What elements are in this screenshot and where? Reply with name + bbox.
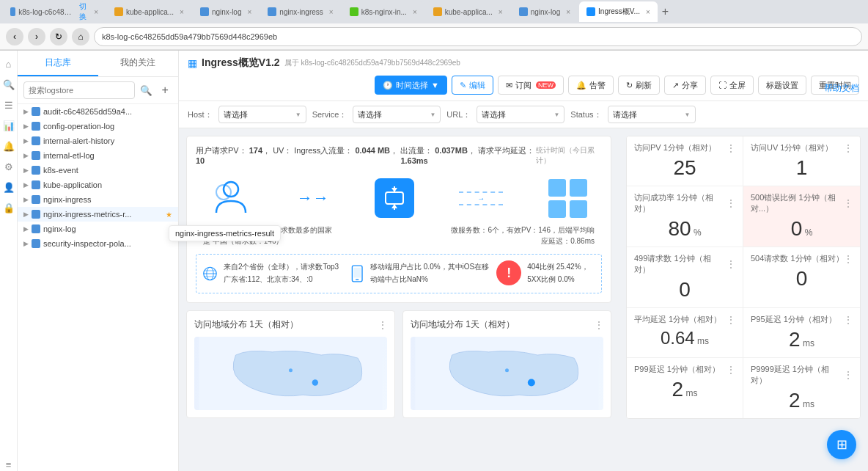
service-select[interactable]: 请选择 ▼	[353, 106, 441, 123]
metric-cell-5: 504请求数 1分钟（相对） ⋮ 0	[743, 247, 860, 308]
status-select[interactable]: 请选择 ▼	[608, 106, 696, 123]
sidebar-icon-search[interactable]: 🔍	[1, 77, 16, 92]
new-tab-btn[interactable]: +	[662, 5, 669, 18]
dash-right: 访问PV 1分钟（相对） ⋮ 25 访问UV 1分钟（相对） ⋮	[619, 128, 868, 471]
map-more-left[interactable]: ⋮	[378, 320, 387, 330]
metric-more-6[interactable]: ⋮	[727, 315, 735, 325]
nav-tab-logstore[interactable]: 日志库	[18, 51, 98, 76]
sidebar-icon-chart[interactable]: 📊	[1, 118, 16, 133]
tree-item-1[interactable]: ▶ config-operation-log	[18, 119, 178, 134]
tab-1-favicon	[10, 7, 15, 16]
sidebar-icon-lock[interactable]: 🔒	[1, 200, 16, 215]
tab-6-close[interactable]: ×	[499, 8, 503, 16]
tree-item-2[interactable]: ▶ internal-alert-history	[18, 134, 178, 148]
main-content: ▦ Ingress概览V1.2 属于 k8s-log-c6c48265dd59a…	[179, 51, 868, 471]
edit-button[interactable]: ✎ 编辑	[452, 76, 493, 95]
tab-1[interactable]: k8s-log-c6c48265dd59a47... 切换 ×	[3, 1, 106, 22]
tab-5[interactable]: k8s-nginx-in... ×	[342, 1, 424, 22]
back-btn[interactable]: ‹	[6, 28, 23, 45]
header-actions: 🕐 时间选择 ▼ ✎ 编辑 ✉ 订阅 NEW 🔔 告警	[375, 76, 859, 95]
sidebar-icon-menu[interactable]: ≡	[1, 457, 16, 471]
metric-more-9[interactable]: ⋮	[844, 370, 853, 380]
metric-more-0[interactable]: ⋮	[727, 143, 735, 153]
error-text: 404比例 25.42%，5XX比例 0.0%	[527, 260, 595, 285]
subscribe-button[interactable]: ✉ 订阅 NEW	[498, 76, 564, 95]
metric-title-7: P95延迟 1分钟（相对）	[751, 314, 836, 325]
metric-value-area-0: 25	[634, 156, 735, 180]
add-logstore-button[interactable]: +	[158, 83, 172, 98]
tab-2[interactable]: kube-applica... ×	[107, 1, 191, 22]
tree-item-7[interactable]: ▶ nginx-ingress-metrics-r... ★	[18, 207, 178, 222]
host-select[interactable]: 请选择 ▼	[218, 106, 306, 123]
tree-item-4[interactable]: ▶ k8s-event	[18, 163, 178, 178]
svg-point-16	[312, 379, 318, 385]
sidebar-icon-settings[interactable]: ⚙	[1, 159, 16, 174]
refresh-btn[interactable]: ↻	[50, 28, 67, 45]
icon-sidebar: ⌂ 🔍 ☰ 📊 🔔 ⚙ 👤 🔒 ≡	[0, 51, 18, 471]
tab-7-close[interactable]: ×	[566, 8, 570, 16]
metric-more-5[interactable]: ⋮	[844, 254, 853, 264]
forward-btn[interactable]: ›	[28, 28, 45, 45]
home-btn[interactable]: ⌂	[72, 28, 89, 45]
sidebar-icon-home[interactable]: ⌂	[1, 56, 16, 71]
fullscreen-button[interactable]: ⛶ 全屏	[710, 76, 754, 95]
tab-6[interactable]: kube-applica... ×	[426, 1, 510, 22]
tree-label-1: config-operation-log	[43, 122, 172, 131]
metric-more-1[interactable]: ⋮	[844, 143, 853, 153]
metric-more-4[interactable]: ⋮	[727, 259, 735, 269]
sidebar-icon-list[interactable]: ☰	[1, 98, 16, 112]
alert-button[interactable]: 🔔 告警	[568, 76, 614, 95]
metric-header-8: P99延迟 1分钟（相对） ⋮	[634, 364, 735, 375]
status-chevron: ▼	[685, 112, 691, 118]
title-settings-button[interactable]: 标题设置	[758, 76, 806, 95]
tree-item-8[interactable]: ▶ nginx-log	[18, 222, 178, 236]
dashed-label: →	[477, 194, 485, 202]
tab-8[interactable]: Ingress概V... ×	[579, 1, 658, 22]
metric-more-8[interactable]: ⋮	[727, 365, 735, 375]
tree-item-6[interactable]: ▶ nginx-ingress	[18, 192, 178, 207]
tab-3[interactable]: nginx-log ×	[193, 1, 259, 22]
metric-header-3: 500错误比例 1分钟（相对...） ⋮	[751, 192, 853, 214]
tree-item-0[interactable]: ▶ audit-c6c48265dd59a4...	[18, 104, 178, 119]
share-button[interactable]: ↗ 分享	[664, 76, 706, 95]
metric-cell-9: P9999延迟 1分钟（相对） ⋮ 2 ms	[743, 358, 860, 418]
tab-1-switch[interactable]: 切换	[79, 1, 88, 22]
metric-header-4: 499请求数 1分钟（相对） ⋮	[634, 253, 735, 275]
refresh-button[interactable]: ↻ 刷新	[618, 76, 660, 95]
tree-item-5[interactable]: ▶ kube-application	[18, 178, 178, 192]
tree-label-0: audit-c6c48265dd59a4...	[43, 107, 172, 116]
sidebar-icon-user[interactable]: 👤	[1, 180, 16, 194]
subscribe-label: 订阅	[515, 80, 532, 91]
tree-item-3[interactable]: ▶ internal-etl-log	[18, 148, 178, 163]
url-select[interactable]: 请选择 ▼	[477, 106, 564, 123]
search-input[interactable]	[23, 81, 135, 99]
metric-more-7[interactable]: ⋮	[844, 315, 853, 325]
tree-arrow-3: ▶	[23, 152, 29, 159]
metric-title-9: P9999延迟 1分钟（相对）	[751, 364, 844, 386]
tab-2-close[interactable]: ×	[180, 8, 184, 16]
metric-more-3[interactable]: ⋮	[844, 198, 853, 208]
metric-more-2[interactable]: ⋮	[727, 198, 735, 208]
tab-5-close[interactable]: ×	[413, 8, 417, 16]
search-button[interactable]: 🔍	[138, 81, 155, 99]
time-select-button[interactable]: 🕐 时间选择 ▼	[375, 76, 447, 95]
tab-1-close[interactable]: ×	[94, 8, 98, 16]
nav-tab-favorites[interactable]: 我的关注	[98, 51, 179, 76]
tree-item-9[interactable]: ▶ security-inspector-pola...	[18, 236, 178, 251]
grid-fab-button[interactable]: ⊞	[827, 430, 856, 459]
help-link[interactable]: 帮助文档	[824, 83, 859, 93]
tree-icon-8	[32, 224, 40, 233]
tab-4-close[interactable]: ×	[329, 8, 334, 16]
page-header: ▦ Ingress概览V1.2 属于 k8s-log-c6c48265dd59a…	[179, 51, 868, 101]
sidebar-icon-alert[interactable]: 🔔	[1, 139, 16, 153]
tab-7[interactable]: nginx-log ×	[512, 1, 578, 22]
tab-8-close[interactable]: ×	[646, 8, 650, 16]
tab-3-close[interactable]: ×	[247, 8, 251, 16]
url-bar[interactable]: k8s-log-c6c48265dd59a479bb7569d448c2969e…	[94, 27, 862, 46]
tree-label-8: nginx-log	[43, 224, 172, 233]
tab-4[interactable]: nginx-ingress ×	[260, 1, 340, 22]
map-more-right[interactable]: ⋮	[595, 320, 603, 330]
metric-value-area-1: 1	[751, 156, 853, 180]
ingress-icon-svg	[383, 186, 406, 210]
overview-time: 统计时间（今日累计）	[536, 145, 602, 166]
